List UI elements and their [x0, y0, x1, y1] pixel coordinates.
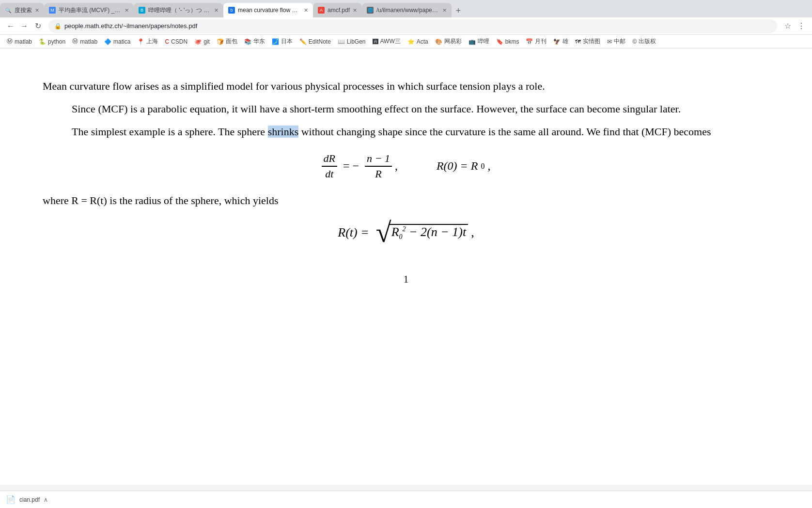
bookmark-shiqingtu-label: 实情图	[583, 37, 600, 46]
tab-1[interactable]: 🔍 度搜索 ✕	[0, 3, 44, 17]
bookmark-matica[interactable]: 🔷 matica	[101, 37, 133, 46]
tab-3-close[interactable]: ✕	[214, 7, 219, 14]
paragraph-4-text: where R = R(t) is the radius of the sphe…	[43, 194, 279, 206]
eq1-numerator-dr: dR	[322, 152, 337, 167]
bookmark-wangyi-icon: 🎨	[435, 38, 442, 45]
bookmark-huadong-label: 华东	[253, 37, 265, 46]
bookmark-acta-label: Acta	[417, 38, 428, 45]
bookmark-yueka[interactable]: 📅 月刊	[523, 36, 549, 47]
page-number-text: 1	[404, 274, 408, 285]
bookmark-git[interactable]: 🐙 git	[191, 37, 213, 46]
tab-5[interactable]: A amcf.pdf ✕	[313, 3, 362, 17]
bookmark-zhongyou-label: 中邮	[614, 37, 625, 46]
bookmark-huadong-icon: 📚	[244, 38, 251, 45]
equation-2: R(t) = √ R02 − 2(n − 1)t ,	[338, 221, 474, 245]
bookmark-chuban-label: 出版权	[639, 37, 656, 46]
bookmark-matlab-2-label: matlab	[80, 38, 97, 45]
bookmark-aww-icon: 🅰	[373, 38, 378, 45]
bookmark-csdn-label: CSDN	[171, 38, 187, 45]
sqrt-symbol-container: √ R02 − 2(n − 1)t	[376, 221, 468, 244]
bookmark-csdn-icon: C	[165, 38, 169, 45]
eq1-r0-subscript: 0	[481, 162, 484, 171]
bookmark-zhongyou[interactable]: ✉ 中邮	[604, 36, 628, 47]
new-tab-button[interactable]: +	[452, 4, 465, 17]
bookmark-mianbao[interactable]: 🍞 面包	[214, 36, 240, 47]
bookmark-matlab-1[interactable]: Ⓜ matlab	[4, 36, 35, 47]
tab-5-close[interactable]: ✕	[353, 7, 357, 14]
address-text: people.math.ethz.ch/~ilmanen/papers/note…	[64, 22, 197, 30]
back-button[interactable]: ←	[4, 19, 17, 33]
bookmark-shanghai-label: 上海	[146, 37, 158, 46]
bookmark-python-icon: 🐍	[39, 38, 46, 45]
eq1-denominator-dt: dt	[323, 167, 335, 180]
bookmark-chuban[interactable]: © 出版权	[629, 36, 659, 47]
bookmark-matlab-2-icon: Ⓜ	[72, 37, 78, 46]
bookmark-japan-label: 日本	[281, 37, 293, 46]
tab-6-label: /u/ilmanen/www/papers//not...	[376, 7, 439, 14]
eq1-right-fraction: n − 1 R	[365, 152, 392, 180]
bookmark-wangyi-label: 网易彩	[444, 37, 462, 46]
tab-2[interactable]: M 平均曲率流 (MCVF) _beatbea ✕	[44, 3, 134, 17]
tab-6-close[interactable]: ✕	[442, 7, 447, 14]
bookmark-matica-icon: 🔷	[104, 38, 111, 45]
reload-button[interactable]: ↻	[31, 19, 45, 33]
menu-button[interactable]: ⋮	[795, 19, 808, 33]
bookmark-aww[interactable]: 🅰 AWW三	[370, 36, 404, 47]
address-input[interactable]: 🔒 people.math.ethz.ch/~ilmanen/papers/no…	[48, 19, 777, 33]
bookmark-python[interactable]: 🐍 python	[36, 37, 68, 46]
bookmark-yueka-label: 月刊	[535, 37, 547, 46]
bookmark-bilibili-icon: 📺	[468, 38, 476, 45]
eq2-lhs: R(t) =	[338, 225, 369, 240]
page-content: Mean curvature flow arises as a simplifi…	[0, 48, 812, 485]
bookmark-matlab-1-label: matlab	[15, 38, 32, 45]
forward-button[interactable]: →	[17, 19, 31, 33]
eq1-equals-minus: = −	[343, 159, 359, 173]
tab-6[interactable]: 🌐 /u/ilmanen/www/papers//not... ✕	[362, 3, 452, 17]
tab-4-close[interactable]: ✕	[304, 7, 308, 14]
bookmark-editnote-label: EditNote	[309, 38, 331, 45]
bookmark-shiqingtu[interactable]: 🗺 实情图	[572, 36, 603, 47]
eq1-second-comma: ,	[487, 159, 490, 173]
bookmark-shanghai[interactable]: 📍 上海	[134, 36, 161, 47]
bookmark-acta[interactable]: ⭐ Acta	[405, 37, 431, 46]
bookmark-bilibili[interactable]: 📺 哔哩	[466, 36, 492, 47]
bookmark-git-label: git	[203, 38, 210, 45]
bookmark-aww-label: AWW三	[380, 37, 401, 46]
bookmark-editnote[interactable]: ✏️ EditNote	[297, 37, 334, 46]
tab-4[interactable]: b mean curvature flow pdf - 图... ✕	[223, 3, 313, 17]
tab-3-label: 哔哩哔哩（ '- 'っ）つ 干杯~~-bil...	[148, 6, 211, 15]
bookmark-csdn[interactable]: C CSDN	[162, 37, 190, 46]
eq1-second-text: R(0) = R	[437, 159, 478, 173]
bookmark-japan[interactable]: 🗾 日本	[269, 36, 296, 47]
bookmark-matlab-2[interactable]: Ⓜ matlab	[69, 36, 100, 47]
bookmark-acta-icon: ⭐	[407, 38, 415, 45]
tab-5-favicon: A	[318, 7, 325, 14]
tab-3[interactable]: B 哔哩哔哩（ '- 'っ）つ 干杯~~-bil... ✕	[134, 3, 223, 17]
equation-1-block: dR dt = − n − 1 R , R(0) = R0,	[43, 152, 769, 180]
bookmark-xiong[interactable]: 🦅 雄	[550, 36, 571, 47]
tab-4-favicon: b	[228, 7, 235, 14]
eq1-numerator-n1: n − 1	[365, 152, 392, 167]
page-number: 1	[43, 274, 769, 285]
bookmark-libgen[interactable]: 📖 LibGen	[335, 37, 369, 46]
bookmark-bkms[interactable]: 🔖 bkms	[493, 37, 522, 46]
eq1-comma: ,	[395, 159, 398, 173]
paragraph-1: Mean curvature flow arises as a simplifi…	[43, 78, 769, 95]
bookmark-huadong[interactable]: 📚 华东	[241, 36, 268, 47]
bookmark-git-icon: 🐙	[194, 38, 202, 45]
tab-2-close[interactable]: ✕	[125, 7, 129, 14]
tab-2-label: 平均曲率流 (MCVF) _beatbea	[59, 6, 122, 15]
r0-subscript: 0	[399, 233, 403, 240]
bookmark-libgen-icon: 📖	[338, 38, 345, 45]
bookmark-bilibili-label: 哔哩	[478, 37, 489, 46]
bookmark-button[interactable]: ☆	[781, 19, 795, 33]
equation-1-second: R(0) = R0,	[437, 159, 491, 173]
bookmark-chuban-icon: ©	[632, 38, 637, 45]
tab-1-close[interactable]: ✕	[35, 7, 39, 14]
sqrt-content: R02 − 2(n − 1)t	[390, 224, 468, 241]
bookmark-mianbao-icon: 🍞	[217, 38, 224, 45]
bookmark-wangyi[interactable]: 🎨 网易彩	[432, 36, 465, 47]
bookmark-mianbao-label: 面包	[226, 37, 237, 46]
bookmark-shiqingtu-icon: 🗺	[575, 38, 581, 45]
eq1-denominator-r: R	[373, 167, 383, 180]
